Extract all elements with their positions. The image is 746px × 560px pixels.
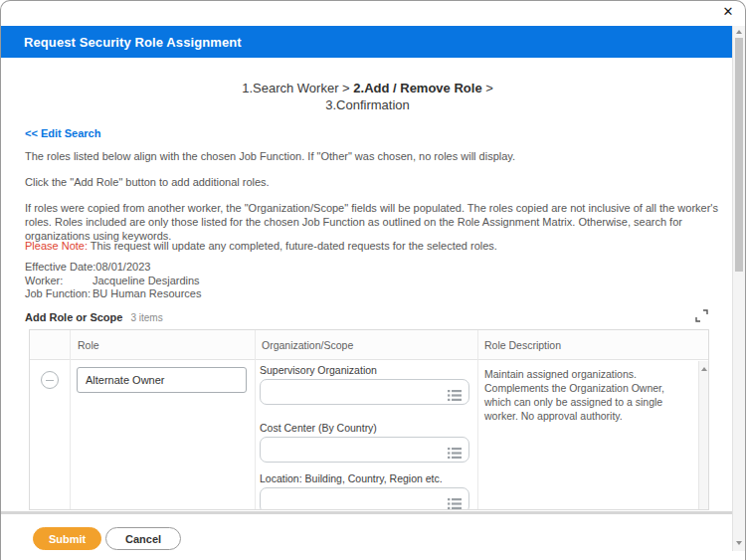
grid-header-row: Add Role or Scope3 items xyxy=(25,311,163,323)
submit-button[interactable]: Submit xyxy=(33,527,101,550)
supervisory-organization-input[interactable] xyxy=(260,379,469,405)
step-separator: > xyxy=(338,81,353,95)
effective-date-value: 08/01/2023 xyxy=(95,261,150,273)
column-header-role-description: Role Description xyxy=(484,339,561,351)
cancel-button[interactable]: Cancel xyxy=(105,527,181,550)
step-add-remove-role: 2.Add / Remove Role xyxy=(353,81,481,95)
column-divider xyxy=(255,330,256,509)
worker-value: Jacqueline Desjardins xyxy=(93,275,200,286)
step-separator: > xyxy=(482,81,493,95)
remove-row-button[interactable] xyxy=(41,371,59,389)
please-note-label: Please Note: xyxy=(25,240,88,252)
scroll-up-icon[interactable] xyxy=(736,30,742,34)
please-note-text: Please Note: This request will update an… xyxy=(25,239,725,253)
wizard-steps-line1: 1.Search Worker > 2.Add / Remove Role > xyxy=(1,80,734,96)
intro-text-3: If roles were copied from another worker… xyxy=(25,201,725,243)
column-header-role: Role xyxy=(78,339,99,351)
roles-table: Role Organization/Scope Role Description… xyxy=(29,329,709,510)
worker-row: Worker:Jacqueline Desjardins xyxy=(25,275,201,288)
location-input[interactable] xyxy=(260,487,469,510)
fullscreen-icon xyxy=(694,308,709,323)
table-scrollbar[interactable] xyxy=(698,361,708,509)
column-divider xyxy=(70,330,71,509)
step-search-worker: 1.Search Worker xyxy=(242,81,338,95)
grid-item-count: 3 items xyxy=(130,312,162,323)
column-divider xyxy=(477,330,478,509)
cost-center-input[interactable] xyxy=(260,437,469,463)
role-description-text: Maintain assigned organizations. Complem… xyxy=(484,367,685,423)
prompt-list-icon[interactable] xyxy=(448,445,462,463)
prompt-list-icon[interactable] xyxy=(448,387,462,405)
close-icon[interactable]: ✕ xyxy=(719,3,737,21)
expand-grid-icon[interactable] xyxy=(694,308,709,323)
location-field: Location: Building, Country, Region etc. xyxy=(260,472,469,510)
location-label: Location: Building, Country, Region etc. xyxy=(260,472,469,484)
request-summary: Effective Date:08/01/2023 Worker:Jacquel… xyxy=(25,261,201,301)
supervisory-organization-field: Supervisory Organization xyxy=(260,364,469,405)
cost-center-label: Cost Center (By Country) xyxy=(260,422,469,434)
please-note-message: This request will update any completed, … xyxy=(88,240,497,252)
edit-search-link[interactable]: << Edit Search xyxy=(25,127,100,139)
request-security-role-assignment-dialog: ✕ Request Security Role Assignment 1.Sea… xyxy=(0,0,746,560)
dialog-header: Request Security Role Assignment xyxy=(1,26,734,58)
supervisory-organization-label: Supervisory Organization xyxy=(260,364,469,376)
role-input[interactable] xyxy=(77,367,247,393)
column-header-organization-scope: Organization/Scope xyxy=(262,339,353,351)
effective-date-row: Effective Date:08/01/2023 xyxy=(25,261,201,275)
intro-text-2: Click the "Add Role" button to add addit… xyxy=(25,175,725,189)
wizard-steps-line2: 3.Confirmation xyxy=(1,96,734,113)
wizard-steps: 1.Search Worker > 2.Add / Remove Role > … xyxy=(1,80,734,113)
footer-divider xyxy=(1,511,734,514)
vertical-scrollbar[interactable] xyxy=(732,26,745,551)
job-function-label: Job Function: xyxy=(25,287,93,301)
cost-center-field: Cost Center (By Country) xyxy=(260,422,469,463)
table-header: Role Organization/Scope Role Description xyxy=(30,330,708,360)
job-function-row: Job Function:BU Human Resources xyxy=(25,287,201,301)
job-function-value: BU Human Resources xyxy=(93,287,201,299)
scroll-down-icon[interactable] xyxy=(736,541,742,545)
scroll-up-icon[interactable] xyxy=(701,367,707,371)
effective-date-label: Effective Date: xyxy=(25,261,95,275)
intro-text-1: The roles listed below align with the ch… xyxy=(25,149,725,163)
step-confirmation: 3.Confirmation xyxy=(325,97,410,112)
grid-title: Add Role or Scope xyxy=(25,311,122,323)
worker-label: Worker: xyxy=(25,275,93,288)
scrollbar-thumb[interactable] xyxy=(735,38,743,272)
dialog-title: Request Security Role Assignment xyxy=(24,35,242,50)
prompt-list-icon[interactable] xyxy=(448,495,462,510)
